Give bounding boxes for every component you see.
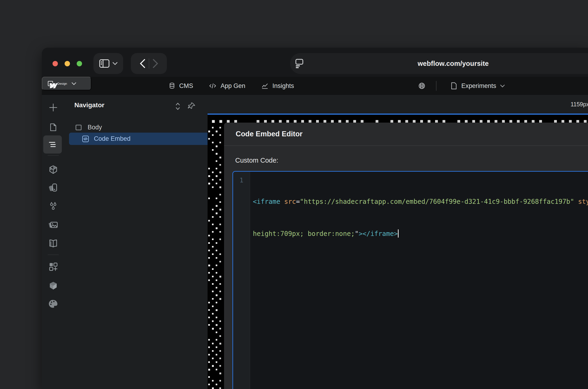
database-icon <box>168 82 176 90</box>
collapse-expand-icon[interactable] <box>174 102 182 111</box>
code-text-area[interactable]: <iframe src="https://shadecraftapp.com/e… <box>250 172 588 389</box>
code-embed-editor-dialog: Code Embed Editor Custom Code: 1 <iframe… <box>224 123 588 389</box>
pin-icon[interactable] <box>187 102 196 111</box>
page-icon <box>450 82 457 90</box>
code-embed-icon <box>81 135 90 143</box>
image-icon <box>48 220 58 230</box>
tree-item-label: Body <box>88 124 102 131</box>
custom-code-label: Custom Code: <box>235 157 278 164</box>
back-button[interactable] <box>136 53 149 74</box>
dialog-title: Code Embed Editor <box>236 130 303 138</box>
components-button[interactable] <box>42 162 65 178</box>
code-brackets-icon <box>208 82 217 90</box>
line-number-gutter: 1 <box>233 172 250 389</box>
globe-icon[interactable] <box>417 77 427 95</box>
design-canvas: 1159px Code Embed Editor Custom Code: 1 <box>208 95 588 389</box>
divider <box>436 81 436 91</box>
browser-chrome: webflow.com/yoursite <box>42 48 588 77</box>
webflow-logo-icon[interactable] <box>47 77 58 95</box>
browser-window: webflow.com/yoursite Design <box>42 48 588 389</box>
zoom-window-button[interactable] <box>77 61 82 66</box>
navigator-button[interactable] <box>43 135 62 154</box>
chevron-left-icon <box>140 59 145 68</box>
tree-item-body[interactable]: Body <box>65 121 208 133</box>
book-icon <box>48 238 58 249</box>
style-swatches-button[interactable] <box>42 179 65 196</box>
navigator-panel: Navigator Body <box>65 95 208 389</box>
insights-label: Insights <box>272 82 294 90</box>
dialog-header: Code Embed Editor <box>224 123 588 146</box>
divider <box>48 155 59 156</box>
insights-tab[interactable]: Insights <box>260 77 295 95</box>
assets-button[interactable] <box>42 217 65 233</box>
sidebar-icon <box>99 59 110 68</box>
line-number: 1 <box>240 177 243 184</box>
app-gen-tab[interactable]: App Gen <box>207 77 247 95</box>
canvas-topbar: 1159px <box>208 95 588 114</box>
chevron-down-icon <box>72 82 76 85</box>
minimize-window-button[interactable] <box>65 61 70 66</box>
swatches-icon <box>48 182 58 193</box>
chevron-down-icon <box>500 84 505 88</box>
forward-button[interactable] <box>149 53 162 74</box>
workspace: Navigator Body <box>42 95 588 389</box>
apps-button[interactable] <box>42 259 65 275</box>
sidebar-toggle-button[interactable] <box>93 53 123 74</box>
left-toolbar-rail <box>42 95 65 389</box>
chevron-right-icon <box>152 59 159 68</box>
experiments-label: Experiments <box>461 82 496 90</box>
url-bar[interactable]: webflow.com/yoursite <box>290 53 588 74</box>
experiments-menu[interactable]: Experiments <box>449 77 506 95</box>
history-nav <box>131 53 167 74</box>
design-label: Design <box>57 82 67 85</box>
add-elements-button[interactable] <box>42 99 65 116</box>
tree-item-label: Code Embed <box>94 135 131 142</box>
selection-highlight <box>69 133 208 145</box>
palette-icon <box>48 299 58 309</box>
navigator-title: Navigator <box>74 101 104 109</box>
code-editor[interactable]: 1 <iframe src="https://shadecraftapp.com… <box>232 171 588 389</box>
cube-icon <box>48 164 58 175</box>
code-line: <iframe src="https://shadecraftapp.com/e… <box>253 196 588 207</box>
code-line: height:709px; border:none;"></iframe> <box>253 228 588 239</box>
divider <box>48 255 59 255</box>
page-icon <box>48 122 58 132</box>
droplets-icon <box>48 201 58 211</box>
chart-icon <box>261 82 269 90</box>
plus-icon <box>48 102 58 113</box>
apps-icon <box>48 261 58 272</box>
chevron-down-icon <box>112 62 118 65</box>
variables-button[interactable] <box>42 198 65 214</box>
url-text: webflow.com/yoursite <box>290 60 588 67</box>
cms-label: CMS <box>179 82 193 90</box>
pages-button[interactable] <box>42 119 65 135</box>
theme-button[interactable] <box>42 296 65 312</box>
desktop: webflow.com/yoursite Design <box>0 0 588 389</box>
cms-tab[interactable]: CMS <box>167 77 195 95</box>
cube-filled-icon <box>48 281 58 291</box>
page-canvas[interactable]: Code Embed Editor Custom Code: 1 <iframe… <box>208 115 588 389</box>
body-icon <box>74 123 83 132</box>
packages-button[interactable] <box>42 278 65 294</box>
appgen-label: App Gen <box>221 82 245 90</box>
app-toolbar: Design CMS App Gen <box>42 77 588 95</box>
close-window-button[interactable] <box>53 61 58 66</box>
libraries-button[interactable] <box>42 235 65 252</box>
tree-item-code-embed[interactable]: Code Embed <box>65 133 208 145</box>
text-cursor <box>398 229 399 237</box>
navigator-icon <box>47 139 58 150</box>
breakpoint-width-label: 1159px <box>571 101 588 108</box>
